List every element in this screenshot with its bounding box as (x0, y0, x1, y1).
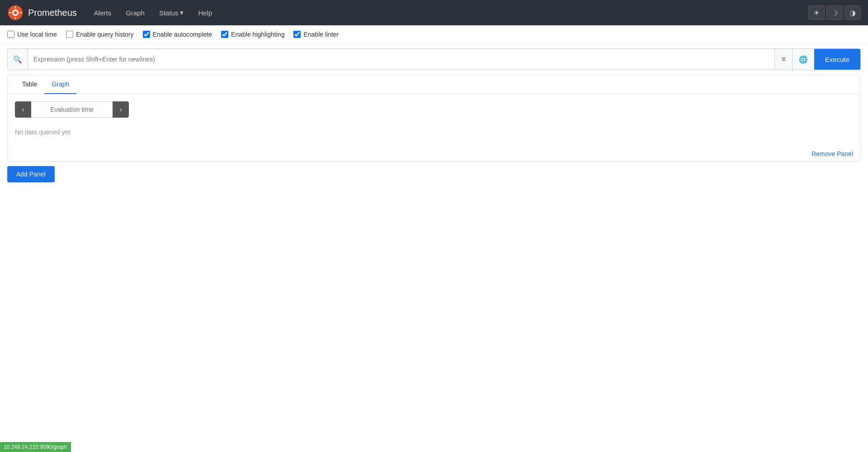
chevron-down-icon: ▾ (180, 9, 184, 17)
panel-tabs: Table Graph (8, 75, 860, 94)
svg-rect-5 (9, 12, 11, 13)
search-icon: 🔍 (13, 55, 22, 64)
panel-footer: Remove Panel (8, 147, 860, 161)
history-button[interactable]: ≡ (775, 49, 792, 70)
nav-help[interactable]: Help (192, 5, 218, 20)
navbar: Prometheus Alerts Graph Status ▾ Help ☀ … (0, 0, 868, 25)
theme-controls: ☀ ☽ ◑ (808, 5, 861, 20)
svg-rect-6 (19, 12, 22, 13)
tab-content-table: ‹ › No data queried yet (8, 94, 860, 147)
theme-dark-button[interactable]: ☽ (826, 5, 843, 20)
app-title: Prometheus (28, 8, 77, 18)
nav-status[interactable]: Status ▾ (153, 5, 190, 20)
execute-button[interactable]: Execute (814, 49, 860, 70)
search-extra-buttons: ≡ 🌐 Execute (774, 49, 860, 70)
enable-highlighting-checkbox[interactable] (221, 31, 228, 38)
navbar-nav: Alerts Graph Status ▾ Help (88, 5, 808, 20)
enable-highlighting-label[interactable]: Enable highlighting (221, 31, 284, 38)
query-panel: Table Graph ‹ › No data queried yet Remo… (7, 75, 861, 162)
navbar-brand: Prometheus (7, 5, 77, 21)
eval-time-row: ‹ › (15, 101, 853, 118)
enable-query-history-checkbox[interactable] (66, 31, 73, 38)
theme-auto-button[interactable]: ◑ (844, 5, 861, 20)
remove-panel-link[interactable]: Remove Panel (811, 150, 853, 157)
nav-alerts[interactable]: Alerts (88, 5, 118, 20)
globe-icon: 🌐 (799, 55, 808, 64)
eval-time-prev-button[interactable]: ‹ (15, 101, 31, 118)
search-button[interactable]: 🔍 (8, 49, 28, 70)
enable-linter-checkbox[interactable] (293, 31, 301, 38)
add-panel-section: Add Panel (7, 166, 861, 182)
svg-rect-3 (15, 6, 16, 9)
use-local-time-checkbox[interactable] (7, 31, 14, 38)
svg-point-2 (14, 11, 17, 14)
search-bar: 🔍 ≡ 🌐 Execute (7, 48, 861, 70)
add-panel-button[interactable]: Add Panel (7, 166, 55, 182)
expression-input[interactable] (28, 49, 774, 70)
enable-autocomplete-label[interactable]: Enable autocomplete (143, 31, 212, 38)
eval-time-input[interactable] (31, 101, 113, 118)
use-local-time-label[interactable]: Use local time (7, 31, 57, 38)
enable-linter-label[interactable]: Enable linter (293, 31, 339, 38)
enable-query-history-label[interactable]: Enable query history (66, 31, 134, 38)
metrics-explorer-button[interactable]: 🌐 (792, 49, 814, 70)
tab-table[interactable]: Table (15, 75, 44, 94)
toolbar: Use local time Enable query history Enab… (0, 25, 868, 44)
tab-graph[interactable]: Graph (44, 75, 76, 94)
theme-light-button[interactable]: ☀ (808, 5, 825, 20)
list-icon: ≡ (781, 55, 785, 63)
nav-graph[interactable]: Graph (119, 5, 151, 20)
no-data-text: No data queried yet (15, 125, 853, 139)
prometheus-logo-icon (7, 5, 24, 21)
eval-time-next-button[interactable]: › (113, 101, 129, 118)
enable-autocomplete-checkbox[interactable] (143, 31, 150, 38)
svg-rect-4 (15, 17, 16, 19)
